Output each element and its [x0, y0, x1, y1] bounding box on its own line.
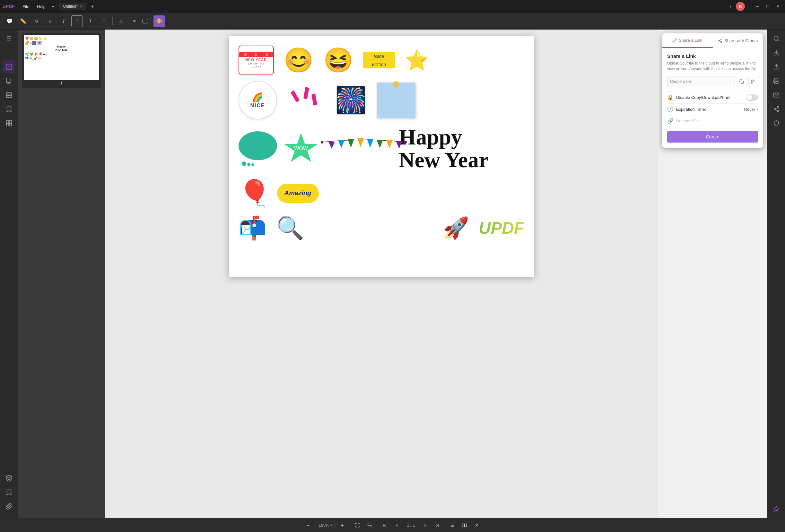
text-callout-tool[interactable]: T	[85, 16, 96, 27]
close-panel-button[interactable]: ✕	[472, 521, 482, 530]
qr-code-button[interactable]	[749, 77, 758, 86]
right-protect-icon[interactable]	[770, 117, 783, 130]
document-tab[interactable]: Untitled* ✕	[59, 3, 86, 10]
svg-marker-9	[338, 140, 345, 148]
main-toolbar: 💬 ✏️ S U T T T T △ ✒ 🎨	[0, 13, 785, 29]
sidebar-bookmark-icon[interactable]	[3, 103, 16, 116]
maximize-button[interactable]: □	[763, 2, 772, 11]
sidebar-menu-icon[interactable]: ☰	[3, 32, 16, 45]
disable-toggle[interactable]	[746, 94, 758, 101]
sticker-confetti[interactable]	[287, 84, 325, 116]
rectangle-tool[interactable]	[142, 19, 148, 23]
text-box-tool[interactable]: T	[71, 16, 83, 27]
shape-tool[interactable]: △	[115, 16, 127, 27]
text-tool[interactable]: T	[58, 16, 69, 27]
strikethrough-tool[interactable]: S	[31, 16, 42, 27]
sidebar-organize-icon[interactable]	[3, 117, 16, 130]
right-sidebar	[767, 29, 785, 518]
tab-close-button[interactable]: ✕	[80, 4, 82, 9]
sticker-calendar[interactable]: ⬡⬡⬡ NEW YEAR SMTWTFS 1 2 3 4 5	[238, 46, 274, 75]
create-link-input[interactable]	[667, 76, 735, 87]
svg-point-18	[721, 42, 722, 43]
right-search-icon[interactable]	[770, 32, 783, 45]
sticker-laughing[interactable]: 😆	[323, 48, 354, 72]
menu-file[interactable]: File	[20, 3, 32, 10]
color-tool[interactable]: 🎨	[153, 16, 165, 27]
sticker-sticky-note[interactable]	[377, 82, 415, 118]
unshare-icon: 🔗	[667, 118, 674, 124]
sticker-updf-logo[interactable]: UPDF	[479, 218, 524, 237]
first-page-button[interactable]	[380, 521, 389, 530]
svg-line-30	[775, 109, 777, 110]
right-magic-icon[interactable]	[770, 503, 783, 515]
two-page-button[interactable]	[460, 521, 470, 530]
expiry-row: 🕐 Expiration Time: Never ▾	[667, 103, 758, 115]
canvas-area[interactable]: ⬡⬡⬡ NEW YEAR SMTWTFS 1 2 3 4 5 😊 😆	[105, 29, 658, 518]
next-page-button[interactable]	[420, 521, 430, 530]
disable-option-row: 🔒 Disable Copy/Download/Print	[667, 92, 758, 103]
zoom-display[interactable]: 185% ▾	[315, 521, 335, 529]
text-inline-tool[interactable]: T	[98, 16, 110, 27]
fit-page-button[interactable]	[353, 521, 362, 530]
sidebar-layers-icon[interactable]	[3, 472, 16, 484]
comment-tool[interactable]: 💬	[4, 16, 16, 27]
sidebar-reader-icon[interactable]	[3, 88, 16, 101]
user-avatar[interactable]: R	[736, 2, 745, 11]
unshare-button[interactable]: Unshare File	[676, 119, 700, 123]
svg-rect-22	[752, 80, 753, 81]
right-download-icon[interactable]	[770, 46, 783, 59]
sidebar-collapse-icon[interactable]: ─	[3, 46, 16, 59]
copy-link-button[interactable]	[737, 77, 746, 86]
page-info: 1 / 1	[404, 522, 417, 529]
pdf-page: ⬡⬡⬡ NEW YEAR SMTWTFS 1 2 3 4 5 😊 😆	[229, 36, 534, 277]
sidebar-pages-icon[interactable]	[3, 75, 16, 87]
sidebar-attachment-icon[interactable]	[3, 500, 16, 513]
menu-help[interactable]: Help	[34, 3, 48, 10]
sticker-star[interactable]: ⭐	[405, 49, 429, 72]
right-share-icon[interactable]	[770, 103, 783, 116]
sidebar-bookmarks-icon[interactable]	[3, 486, 16, 499]
page-thumbnail[interactable]: 📅 😊 😂 ✏️ ⭐ 🌈 ||| 🎆 📌 HappyNew Yea	[24, 35, 99, 80]
share-tabs: Share a Link Share with Others	[662, 33, 763, 48]
new-tab-button[interactable]: +	[89, 3, 96, 10]
sidebar-edit-icon[interactable]	[3, 60, 16, 73]
sticker-rocket[interactable]: 🚀	[443, 216, 469, 240]
zoom-out-button[interactable]: −	[303, 521, 313, 530]
app-logo: UPDF	[3, 4, 15, 9]
fit-width-button[interactable]	[365, 521, 374, 530]
zoom-in-button[interactable]: +	[337, 521, 347, 530]
scroll-mode-button[interactable]	[448, 521, 457, 530]
sticker-mailbox[interactable]: 📬	[238, 215, 267, 241]
share-others-tab[interactable]: Share with Others	[713, 33, 763, 48]
sticker-fireworks[interactable]: 🎆	[335, 85, 367, 115]
share-content: Share a Link Upload your file to the clo…	[662, 48, 763, 148]
share-link-tab[interactable]: Share a Link	[662, 33, 713, 48]
svg-marker-12	[367, 139, 373, 148]
create-button[interactable]: Create	[667, 131, 758, 143]
share-title: Share a Link	[667, 53, 758, 59]
underline-tool[interactable]: U	[44, 16, 56, 27]
sticker-amazing[interactable]: Amazing	[277, 184, 319, 203]
sticker-smiley[interactable]: 😊	[283, 48, 314, 72]
sticker-thought-bubble[interactable]	[238, 131, 277, 166]
page-number-label: 1	[24, 80, 99, 86]
sticker-rainbow-nice[interactable]: 🌈 NICE	[238, 81, 277, 120]
last-page-button[interactable]	[432, 521, 442, 530]
right-upload-icon[interactable]	[770, 60, 783, 73]
sticker-bunting[interactable]	[325, 139, 389, 158]
svg-rect-35	[463, 524, 464, 527]
pen-draw-tool[interactable]: ✒	[129, 16, 140, 27]
right-email-icon[interactable]	[770, 88, 783, 101]
pen-tool[interactable]: ✏️	[17, 16, 29, 27]
prev-page-button[interactable]	[392, 521, 402, 530]
sticker-marker[interactable]: MUCH BETTER	[363, 52, 395, 68]
right-print-icon[interactable]	[770, 75, 783, 87]
sticker-detective[interactable]: 🔍	[276, 215, 304, 241]
svg-rect-23	[754, 80, 755, 81]
expiry-selector[interactable]: Never ▾	[744, 107, 758, 112]
sticker-balloons[interactable]: 🎈	[238, 178, 271, 208]
close-button[interactable]: ✕	[774, 2, 782, 11]
minimize-button[interactable]: −	[753, 2, 762, 11]
sticker-wow[interactable]: WOW	[283, 133, 319, 165]
share-panel-container: Share a Link Share with Others Share a L…	[658, 29, 767, 518]
